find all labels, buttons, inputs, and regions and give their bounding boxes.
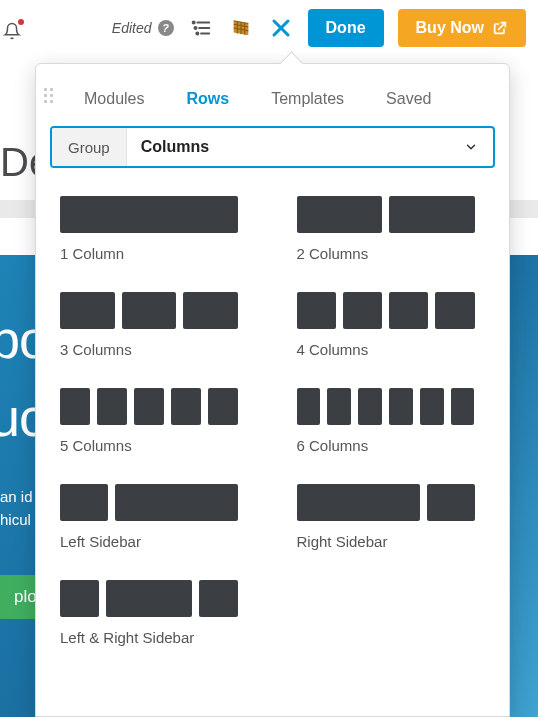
row-layout-card[interactable]: 1 Column	[60, 196, 249, 262]
layout-thumb	[60, 484, 238, 521]
layout-caption: 4 Columns	[297, 341, 486, 358]
row-layout-card[interactable]: Left Sidebar	[60, 484, 249, 550]
layout-caption: Right Sidebar	[297, 533, 486, 550]
layout-thumb	[297, 388, 475, 425]
tab-modules[interactable]: Modules	[84, 90, 144, 108]
outline-icon[interactable]	[188, 15, 214, 41]
layout-caption: 3 Columns	[60, 341, 249, 358]
row-layout-card[interactable]: Right Sidebar	[297, 484, 486, 550]
row-layout-card[interactable]: 2 Columns	[297, 196, 486, 262]
layout-caption: Left & Right Sidebar	[60, 629, 249, 646]
waffle-icon[interactable]	[228, 15, 254, 41]
done-button[interactable]: Done	[308, 9, 384, 47]
buy-now-button[interactable]: Buy Now	[398, 9, 526, 47]
row-layout-card[interactable]: 4 Columns	[297, 292, 486, 358]
row-layout-card[interactable]: 3 Columns	[60, 292, 249, 358]
row-layouts-grid: 1 Column2 Columns3 Columns4 Columns5 Col…	[36, 168, 509, 656]
layout-caption: 2 Columns	[297, 245, 486, 262]
row-layout-card[interactable]: 6 Columns	[297, 388, 486, 454]
layout-thumb	[60, 388, 238, 425]
svg-point-4	[194, 26, 196, 28]
help-icon[interactable]: ?	[158, 20, 174, 36]
row-layout-card[interactable]: Left & Right Sidebar	[60, 580, 249, 646]
tab-templates[interactable]: Templates	[271, 90, 344, 108]
panel-tabs: Modules Rows Templates Saved	[36, 64, 509, 126]
notification-dot-icon	[18, 19, 24, 25]
row-layout-card[interactable]: 5 Columns	[60, 388, 249, 454]
edited-status: Edited ?	[112, 20, 174, 36]
drag-handle-icon[interactable]	[44, 88, 53, 103]
external-link-icon	[492, 20, 508, 36]
layout-thumb	[60, 580, 238, 617]
layout-thumb	[60, 196, 238, 233]
group-select[interactable]: Group Columns	[50, 126, 495, 168]
group-label: Group	[52, 128, 127, 166]
layout-thumb	[297, 196, 475, 233]
layout-caption: Left Sidebar	[60, 533, 249, 550]
layout-thumb	[60, 292, 238, 329]
content-panel: Modules Rows Templates Saved Group Colum…	[35, 63, 510, 717]
layout-caption: 5 Columns	[60, 437, 249, 454]
tab-saved[interactable]: Saved	[386, 90, 431, 108]
group-value[interactable]: Columns	[127, 128, 449, 166]
close-icon[interactable]	[268, 15, 294, 41]
tab-rows[interactable]: Rows	[186, 90, 229, 108]
chevron-down-icon[interactable]	[449, 128, 493, 166]
layout-thumb	[297, 292, 475, 329]
svg-point-5	[196, 32, 198, 34]
layout-caption: 6 Columns	[297, 437, 486, 454]
builder-toolbar: Edited ? Done Buy Now	[0, 0, 538, 55]
layout-caption: 1 Column	[60, 245, 249, 262]
layout-thumb	[297, 484, 475, 521]
svg-point-3	[192, 21, 194, 23]
edited-label: Edited	[112, 20, 152, 36]
notification-bell[interactable]	[3, 22, 23, 44]
buy-label: Buy Now	[416, 19, 484, 37]
bg-hero-copy: an id hicul	[0, 485, 33, 532]
